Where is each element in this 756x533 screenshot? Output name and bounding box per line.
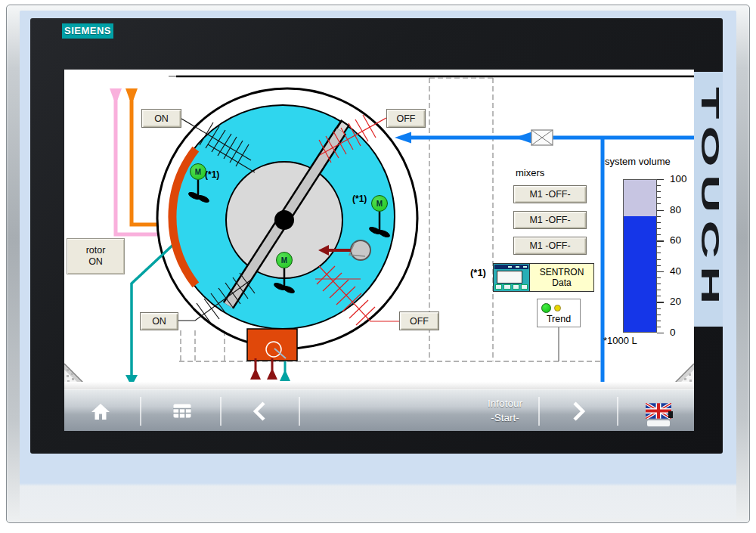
- mixer-2-footnote: (*1): [352, 194, 367, 204]
- tank-center-pivot: [274, 210, 294, 230]
- home-icon: [91, 402, 110, 420]
- language-icon-shadow: [668, 411, 673, 418]
- nav-separator: [220, 397, 222, 426]
- skimmer-bottom-on-button[interactable]: ON: [140, 312, 178, 330]
- gauge-tick-100: 100: [670, 173, 694, 185]
- gauge-title: system volume: [605, 156, 671, 167]
- rotor-status-box: rotor ON: [67, 238, 125, 274]
- nav-home-button[interactable]: [78, 390, 123, 431]
- sentron-footnote: (*1): [470, 267, 486, 278]
- nav-infotour-button[interactable]: Infotour -Start-: [456, 396, 554, 425]
- touch-bezel-strip: TOUCH: [694, 72, 723, 327]
- sentron-device-icon: [494, 264, 530, 291]
- nav-separator: [617, 397, 618, 426]
- infotour-line2: -Start-: [456, 411, 554, 425]
- skimmer-top-off-button[interactable]: OFF: [386, 109, 426, 128]
- gauge-tick-0: 0: [670, 327, 694, 339]
- gauge-tick-60: 60: [670, 234, 694, 246]
- sentron-label-line1: SENTRON: [540, 267, 584, 277]
- skimmer-bottom-off-button[interactable]: OFF: [399, 311, 439, 330]
- mixer-1-toggle-button[interactable]: M1 -OFF-: [513, 185, 587, 203]
- trend-label: Trend: [538, 314, 580, 324]
- gauge-unit: *1000 L: [603, 335, 637, 346]
- skimmer-top-on-button[interactable]: ON: [141, 109, 181, 128]
- mixer-1-footnote: (*1): [205, 169, 219, 180]
- gauge-major-ticks: [657, 179, 664, 334]
- page-curl-right: [674, 364, 694, 383]
- infotour-line1: Infotour: [456, 396, 554, 411]
- sentron-data-button[interactable]: SENTRON Data: [493, 263, 594, 292]
- gauge-fill-blue: [624, 216, 656, 332]
- mixer-1-motor-icon: M: [190, 163, 206, 180]
- hmi-screen: rotor ON ON OFF ON OFF M (*1) M (*1) M m…: [64, 70, 694, 431]
- mixer-3-motor-icon: M: [276, 252, 293, 268]
- nav-forward-button[interactable]: [556, 390, 602, 431]
- uk-flag-icon: [646, 403, 671, 419]
- gauge-tick-80: 80: [670, 204, 694, 216]
- outlet-box: [247, 329, 297, 361]
- drain-trumpet-3: [280, 361, 290, 381]
- page-curl-left: [64, 364, 84, 383]
- system-volume-gauge: [623, 179, 657, 333]
- rotor-status-line1: rotor: [86, 245, 106, 256]
- nav-bar: Infotour -Start-: [64, 389, 694, 431]
- trend-yellow-led-icon: [554, 305, 561, 311]
- gauge-tick-20: 20: [670, 296, 694, 308]
- hmi-panel-photo: SIEMENS TOUCH: [0, 0, 756, 533]
- nav-separator: [299, 397, 300, 426]
- mixers-group-label: mixers: [516, 167, 544, 178]
- mixer-2-toggle-button[interactable]: M1 -OFF-: [513, 211, 587, 229]
- trend-green-led-icon: [541, 303, 551, 313]
- sentron-label-line2: Data: [552, 277, 571, 288]
- menu-grid-icon: [173, 404, 191, 418]
- chevron-left-icon: [253, 401, 266, 421]
- gauge-tick-40: 40: [670, 265, 694, 277]
- nav-language-button[interactable]: [637, 401, 680, 420]
- valve-icon: [531, 130, 553, 145]
- mixer-2-motor-icon: M: [371, 195, 388, 212]
- rotor-status-line2: ON: [88, 256, 103, 268]
- trend-button[interactable]: Trend: [537, 299, 581, 327]
- nav-separator: [140, 397, 141, 426]
- mixer-3-toggle-button[interactable]: M1 -OFF-: [513, 237, 587, 255]
- siemens-logo: SIEMENS: [62, 23, 113, 39]
- nav-menu-button[interactable]: [160, 390, 205, 431]
- nav-back-button[interactable]: [237, 390, 282, 431]
- chevron-right-icon: [572, 401, 586, 421]
- language-keyboard-icon: [647, 420, 670, 426]
- page-bottom-shade: [64, 382, 694, 389]
- touch-bezel-label: TOUCH: [697, 72, 723, 327]
